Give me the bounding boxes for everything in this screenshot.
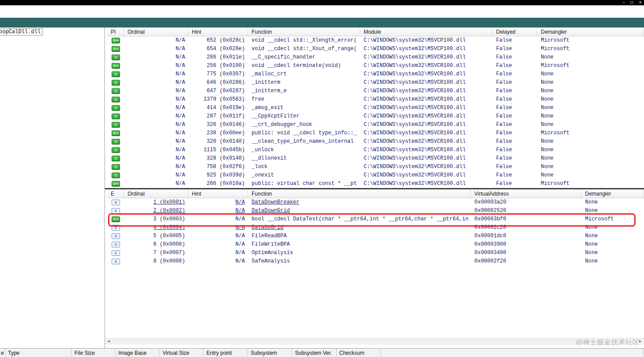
modules-column-header-entry-point[interactable]: Entry point: [204, 349, 248, 357]
demangler-cell: None: [582, 198, 644, 207]
column-header-hint[interactable]: Hint: [188, 189, 248, 198]
export-row[interactable]: C6 (0x0006)N/AFileWriteBPA0x00003900None: [108, 240, 644, 249]
tree-item-dll[interactable]: oopCalDll.dll: [0, 28, 43, 35]
ordinal-cell: N/A: [124, 129, 188, 137]
column-header-pi[interactable]: PI: [108, 27, 124, 36]
ordinal-cell: N/A: [124, 104, 188, 112]
import-row[interactable]: CN/A320 (0x0140)__clean_type_info_names_…: [108, 137, 644, 146]
export-row[interactable]: C8 (0x0008)N/ASafeAnalysis0x00002f20None: [108, 257, 644, 266]
column-header-virtualaddress[interactable]: VirtualAddress: [471, 189, 582, 198]
import-row[interactable]: C++N/A238 (0x00ee)public: void __cdecl t…: [108, 129, 644, 137]
import-row[interactable]: C++N/A652 (0x028c)void __cdecl std::_Xle…: [108, 36, 644, 45]
scroll-right-arrow-icon[interactable]: ►: [636, 338, 644, 345]
import-row[interactable]: CN/A925 (0x039d)_onexitC:\WINDOWS\system…: [108, 171, 644, 180]
import-row[interactable]: CN/A775 (0x0307)_malloc_crtC:\WINDOWS\sy…: [108, 70, 644, 78]
virtual-address-cell: 0x00002f20: [471, 257, 582, 266]
function-cell: FileWriteBPA: [248, 240, 471, 249]
import-row[interactable]: CN/A286 (0x011e)__C_specific_handlerC:\W…: [108, 53, 644, 62]
horizontal-scrollbar[interactable]: ◄ ►: [105, 338, 644, 345]
column-header-function[interactable]: Function: [248, 189, 471, 198]
hint-cell: N/A: [188, 198, 248, 207]
import-row[interactable]: C++N/A256 (0x0100)void __cdecl terminate…: [108, 62, 644, 70]
function-cell: _malloc_crt: [248, 70, 360, 78]
modules-column-header-checksum[interactable]: Checksum: [337, 349, 381, 357]
ordinal-cell: N/A: [124, 112, 188, 121]
ordinal-cell: 7 (0x0007): [124, 249, 188, 257]
function-cell: __C_specific_handler: [248, 53, 360, 62]
ordinal-cell: N/A: [124, 171, 188, 180]
modules-column-header-image-base[interactable]: Image Base: [116, 349, 160, 357]
minimize-button[interactable]: ─: [623, 0, 625, 5]
import-row[interactable]: CN/A287 (0x011f)__CppXcptFilterC:\WINDOW…: [108, 112, 644, 121]
function-cell: void __cdecl terminate(void): [248, 62, 360, 70]
function-type-cell: C++: [108, 129, 124, 137]
import-row[interactable]: C++N/A654 (0x028e)void __cdecl std::_Xou…: [108, 45, 644, 53]
modules-column-header-subsystem[interactable]: Subsystem: [248, 349, 292, 357]
demangler-cell: None: [537, 112, 644, 121]
ordinal-cell: N/A: [124, 163, 188, 171]
export-row[interactable]: C7 (0x0007)N/AOptimAnalysis0x00003490Non…: [108, 249, 644, 257]
export-row[interactable]: C4 (0x0004)N/ADataUpGrid0x00002c20None: [108, 224, 644, 232]
function-type-cell: C++: [108, 215, 124, 224]
module-cell: C:\WINDOWS\system32\MSVCR100.dll: [360, 163, 493, 171]
column-header-delayed[interactable]: Delayed: [493, 27, 537, 36]
c-function-icon: C: [112, 80, 120, 86]
modules-column-header-spacer: [381, 349, 644, 357]
import-row[interactable]: CN/A1115 (0x045b)_unlockC:\WINDOWS\syste…: [108, 146, 644, 154]
maximize-button[interactable]: □: [630, 0, 634, 5]
function-cell: _unlock: [248, 146, 360, 154]
delayed-cell: False: [493, 137, 537, 146]
column-header-module[interactable]: Module: [360, 27, 493, 36]
function-type-cell: C++: [108, 62, 124, 70]
c-function-icon: C: [112, 156, 120, 161]
function-type-cell: C: [108, 154, 124, 163]
ordinal-cell: N/A: [124, 36, 188, 45]
import-row[interactable]: CN/A758 (0x02f6)_lockC:\WINDOWS\system32…: [108, 163, 644, 171]
export-row[interactable]: C5 (0x0005)N/AFileReadBPA0x00001dc0None: [108, 232, 644, 240]
column-header-demangler[interactable]: Demangler: [582, 189, 644, 198]
modules-column-header-subsystem-ver[interactable]: Subsystem Ver.: [292, 349, 337, 357]
import-row[interactable]: CN/A328 (0x0148)__dllonexitC:\WINDOWS\sy…: [108, 154, 644, 163]
function-type-cell: C: [108, 146, 124, 154]
module-cell: C:\WINDOWS\system32\MSVCR100.dll: [360, 70, 493, 78]
export-row[interactable]: C2 (0x0002)N/ADataDownGrid0x00002520None: [108, 207, 644, 215]
function-cell: __CppXcptFilter: [248, 112, 360, 121]
import-row[interactable]: CN/A326 (0x0146)__crt_debugger_hookC:\WI…: [108, 121, 644, 129]
import-row[interactable]: C++N/A266 (0x010a)public: virtual char c…: [108, 180, 644, 188]
column-header-ordinal[interactable]: Ordinal: [124, 27, 188, 36]
column-header-hint[interactable]: Hint: [188, 27, 248, 36]
export-row[interactable]: C1 (0x0001)N/ADataDownBreaker0x00003a20N…: [108, 198, 644, 207]
modules-column-header-e[interactable]: e: [0, 349, 5, 357]
demangler-cell: None: [582, 232, 644, 240]
function-type-cell: C: [108, 78, 124, 87]
scroll-left-arrow-icon[interactable]: ◄: [105, 338, 113, 345]
export-row[interactable]: C++3 (0x0003)N/Abool __cdecl DataTest(ch…: [108, 215, 644, 224]
ordinal-cell: 8 (0x0008): [124, 257, 188, 266]
function-type-cell: C: [108, 121, 124, 129]
c-function-icon: C: [112, 242, 120, 247]
column-header-ordinal[interactable]: Ordinal: [124, 189, 188, 198]
import-row[interactable]: CN/A1379 (0x0563)freeC:\WINDOWS\system32…: [108, 95, 644, 104]
import-row[interactable]: CN/A414 (0x019e)_amsg_exitC:\WINDOWS\sys…: [108, 104, 644, 112]
hint-cell: 1379 (0x0563): [188, 95, 248, 104]
column-header-function[interactable]: Function: [248, 27, 360, 36]
ordinal-cell: N/A: [124, 146, 188, 154]
import-row[interactable]: CN/A646 (0x0286)_inittermC:\WINDOWS\syst…: [108, 78, 644, 87]
column-header-demangler[interactable]: Demangler: [537, 27, 644, 36]
function-type-cell: C: [108, 70, 124, 78]
function-type-cell: C++: [108, 36, 124, 45]
modules-column-header-file-size[interactable]: File Size: [72, 349, 116, 357]
modules-column-header-type[interactable]: Type: [5, 349, 72, 357]
ordinal-cell: N/A: [124, 180, 188, 188]
module-cell: C:\WINDOWS\system32\MSVCR100.dll: [360, 154, 493, 163]
demangler-cell: None: [537, 95, 644, 104]
hint-cell: 1115 (0x045b): [188, 146, 248, 154]
modules-column-header-virtual-size[interactable]: Virtual Size: [160, 349, 204, 357]
column-header-e[interactable]: E: [108, 189, 124, 198]
import-row[interactable]: CN/A647 (0x0287)_initterm_eC:\WINDOWS\sy…: [108, 87, 644, 95]
demangler-cell: None: [582, 240, 644, 249]
c-function-icon: C: [112, 208, 120, 214]
close-button[interactable]: ✕: [639, 0, 642, 5]
hint-cell: N/A: [188, 249, 248, 257]
function-cell: FileReadBPA: [248, 232, 471, 240]
